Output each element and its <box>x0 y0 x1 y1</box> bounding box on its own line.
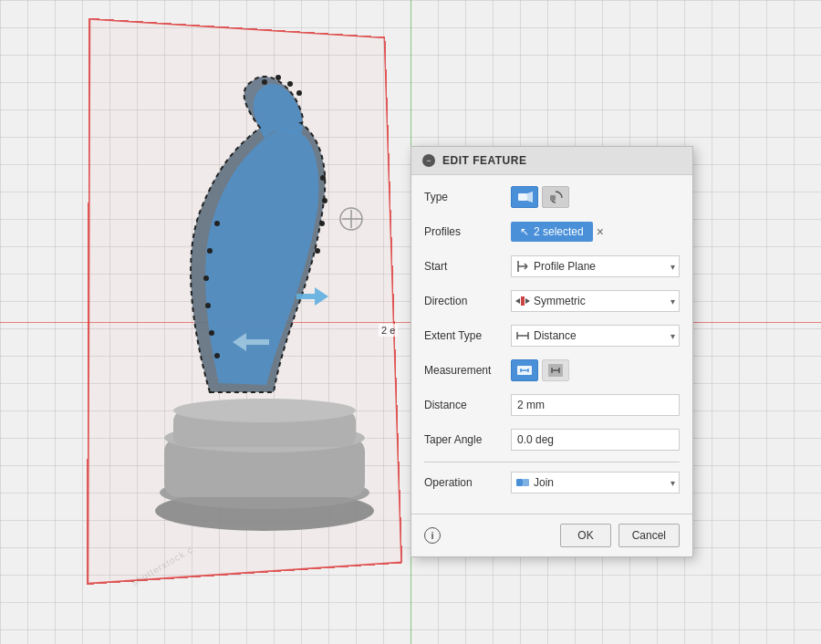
svg-point-13 <box>214 353 220 358</box>
measure-btn-2[interactable] <box>542 359 569 381</box>
svg-point-18 <box>320 175 326 181</box>
measurement-row: Measurement <box>424 358 680 383</box>
svg-point-19 <box>322 198 327 203</box>
type-label: Type <box>424 191 511 203</box>
info-icon[interactable]: i <box>424 527 441 544</box>
profiles-selected-button[interactable]: ↖ 2 selected <box>511 222 593 242</box>
svg-point-8 <box>214 221 220 226</box>
distance-control <box>511 394 680 416</box>
chess-piece <box>119 73 410 547</box>
svg-point-20 <box>319 221 325 226</box>
direction-control: Symmetric ▾ <box>511 290 680 312</box>
extent-type-dropdown-arrow: ▾ <box>670 331 675 341</box>
viewport: 2 e shutterstock.c − EDIT FEATURE Type <box>0 0 821 644</box>
svg-rect-32 <box>521 296 525 306</box>
direction-dropdown-arrow: ▾ <box>670 296 675 306</box>
edit-feature-dialog: − EDIT FEATURE Type <box>410 146 693 557</box>
svg-rect-46 <box>516 479 523 486</box>
type-btn-extrude[interactable] <box>511 186 538 208</box>
extent-type-control: Distance ▾ <box>511 325 680 347</box>
operation-control: Join ▾ <box>511 472 680 493</box>
svg-point-9 <box>207 248 213 254</box>
operation-row: Operation Join ▾ <box>424 470 680 495</box>
dialog-footer: i OK Cancel <box>411 514 692 556</box>
svg-marker-34 <box>525 298 530 304</box>
operation-label: Operation <box>424 476 511 489</box>
start-control: Profile Plane ▾ <box>511 255 680 277</box>
operation-select[interactable]: Join ▾ <box>511 472 680 493</box>
start-dropdown-arrow: ▾ <box>670 262 675 272</box>
divider <box>424 462 680 462</box>
svg-point-17 <box>296 90 302 96</box>
start-label: Start <box>424 260 511 273</box>
svg-point-11 <box>205 303 211 308</box>
type-row: Type <box>424 184 680 210</box>
ok-button[interactable]: OK <box>560 524 610 547</box>
start-select-label: Profile Plane <box>515 260 667 273</box>
taper-angle-control <box>511 429 680 451</box>
taper-angle-input[interactable] <box>511 429 680 451</box>
operation-dropdown-arrow: ▾ <box>670 478 675 488</box>
measure-btn-1[interactable] <box>511 359 538 381</box>
profiles-control: ↖ 2 selected × <box>511 222 680 242</box>
distance-row: Distance <box>424 392 680 418</box>
profiles-label: Profiles <box>424 225 511 238</box>
type-btn-revolve[interactable] <box>542 186 569 208</box>
svg-point-21 <box>315 248 320 254</box>
svg-point-15 <box>275 75 281 80</box>
start-value: Profile Plane <box>534 260 596 273</box>
dialog-header: − EDIT FEATURE <box>411 147 692 175</box>
measurement-control <box>511 359 680 381</box>
taper-angle-label: Taper Angle <box>424 433 511 446</box>
distance-label: Distance <box>424 399 511 411</box>
direction-row: Direction Symmetric ▾ <box>424 288 680 314</box>
start-row: Start Profile Plane <box>424 254 680 279</box>
cursor-icon: ↖ <box>520 225 529 238</box>
profiles-selected-text: 2 selected <box>534 225 584 238</box>
svg-point-12 <box>209 330 214 336</box>
footer-buttons: OK Cancel <box>560 524 680 547</box>
svg-rect-47 <box>523 479 529 486</box>
dimension-label: 2 e <box>379 324 398 337</box>
svg-rect-27 <box>550 195 556 201</box>
type-control <box>511 186 680 208</box>
svg-marker-26 <box>527 192 533 203</box>
taper-angle-row: Taper Angle <box>424 427 680 452</box>
cancel-button[interactable]: Cancel <box>618 524 680 547</box>
direction-value: Symmetric <box>534 295 586 307</box>
svg-point-10 <box>203 275 209 281</box>
extent-type-label: Extent Type <box>424 329 511 342</box>
svg-rect-25 <box>518 193 527 201</box>
dialog-title: EDIT FEATURE <box>442 154 526 167</box>
direction-select-label: Symmetric <box>515 295 667 307</box>
measurement-label: Measurement <box>424 364 511 377</box>
dialog-body: Type <box>411 175 692 514</box>
dialog-close-icon[interactable]: − <box>422 154 435 167</box>
profiles-clear-button[interactable]: × <box>597 225 604 238</box>
direction-label: Direction <box>424 295 511 307</box>
svg-marker-33 <box>515 298 520 304</box>
operation-value: Join <box>534 476 554 489</box>
distance-input[interactable] <box>511 394 680 416</box>
svg-point-5 <box>173 399 356 422</box>
start-select[interactable]: Profile Plane ▾ <box>511 255 680 277</box>
operation-select-label: Join <box>515 476 667 489</box>
direction-select[interactable]: Symmetric ▾ <box>511 290 680 312</box>
extent-type-row: Extent Type Distance ▾ <box>424 323 680 348</box>
extent-type-select[interactable]: Distance ▾ <box>511 325 680 347</box>
svg-point-16 <box>287 81 293 87</box>
extent-type-select-label: Distance <box>515 329 667 342</box>
extent-type-value: Distance <box>534 329 577 342</box>
profiles-row: Profiles ↖ 2 selected × <box>424 219 680 244</box>
svg-point-14 <box>262 79 267 85</box>
